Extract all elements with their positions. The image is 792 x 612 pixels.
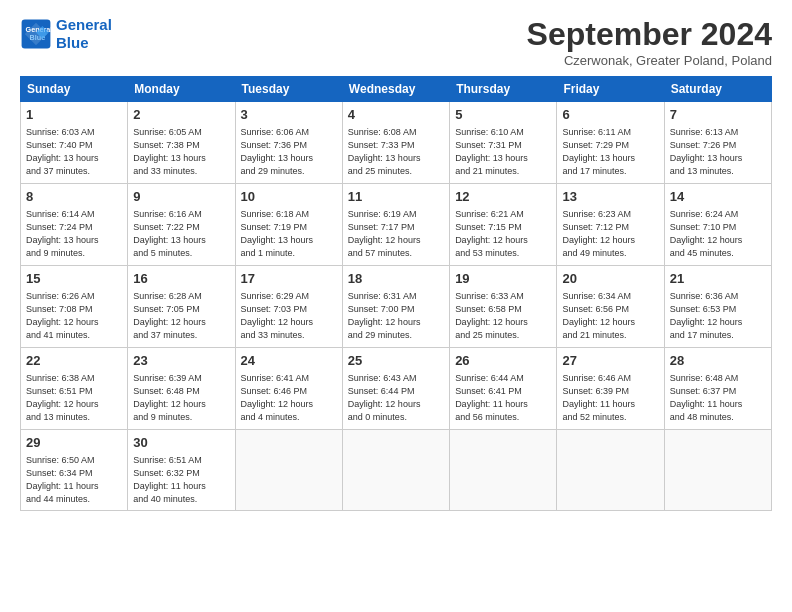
day-info: Sunrise: 6:10 AMSunset: 7:31 PMDaylight:… [455, 126, 551, 178]
calendar-cell [557, 430, 664, 511]
logo-text: General Blue [56, 16, 112, 52]
day-number: 25 [348, 352, 444, 370]
weekday-friday: Friday [557, 77, 664, 102]
calendar-cell: 15Sunrise: 6:26 AMSunset: 7:08 PMDayligh… [21, 266, 128, 348]
day-info: Sunrise: 6:08 AMSunset: 7:33 PMDaylight:… [348, 126, 444, 178]
calendar-cell: 30Sunrise: 6:51 AMSunset: 6:32 PMDayligh… [128, 430, 235, 511]
calendar-cell [664, 430, 771, 511]
day-number: 17 [241, 270, 337, 288]
day-info: Sunrise: 6:06 AMSunset: 7:36 PMDaylight:… [241, 126, 337, 178]
day-info: Sunrise: 6:03 AMSunset: 7:40 PMDaylight:… [26, 126, 122, 178]
calendar-cell: 13Sunrise: 6:23 AMSunset: 7:12 PMDayligh… [557, 184, 664, 266]
day-info: Sunrise: 6:41 AMSunset: 6:46 PMDaylight:… [241, 372, 337, 424]
day-number: 6 [562, 106, 658, 124]
day-info: Sunrise: 6:34 AMSunset: 6:56 PMDaylight:… [562, 290, 658, 342]
day-number: 27 [562, 352, 658, 370]
calendar-cell [342, 430, 449, 511]
calendar-cell: 5Sunrise: 6:10 AMSunset: 7:31 PMDaylight… [450, 102, 557, 184]
calendar-cell: 27Sunrise: 6:46 AMSunset: 6:39 PMDayligh… [557, 348, 664, 430]
day-number: 22 [26, 352, 122, 370]
calendar-cell: 23Sunrise: 6:39 AMSunset: 6:48 PMDayligh… [128, 348, 235, 430]
calendar-cell: 24Sunrise: 6:41 AMSunset: 6:46 PMDayligh… [235, 348, 342, 430]
day-info: Sunrise: 6:51 AMSunset: 6:32 PMDaylight:… [133, 454, 229, 506]
calendar-cell: 7Sunrise: 6:13 AMSunset: 7:26 PMDaylight… [664, 102, 771, 184]
calendar-week-3: 15Sunrise: 6:26 AMSunset: 7:08 PMDayligh… [21, 266, 772, 348]
calendar-cell: 16Sunrise: 6:28 AMSunset: 7:05 PMDayligh… [128, 266, 235, 348]
logo-icon: General Blue [20, 18, 52, 50]
calendar-cell: 26Sunrise: 6:44 AMSunset: 6:41 PMDayligh… [450, 348, 557, 430]
day-number: 16 [133, 270, 229, 288]
location-subtitle: Czerwonak, Greater Poland, Poland [527, 53, 772, 68]
day-info: Sunrise: 6:21 AMSunset: 7:15 PMDaylight:… [455, 208, 551, 260]
calendar-cell: 10Sunrise: 6:18 AMSunset: 7:19 PMDayligh… [235, 184, 342, 266]
calendar-cell: 28Sunrise: 6:48 AMSunset: 6:37 PMDayligh… [664, 348, 771, 430]
calendar-cell: 6Sunrise: 6:11 AMSunset: 7:29 PMDaylight… [557, 102, 664, 184]
calendar-cell: 21Sunrise: 6:36 AMSunset: 6:53 PMDayligh… [664, 266, 771, 348]
calendar-cell: 18Sunrise: 6:31 AMSunset: 7:00 PMDayligh… [342, 266, 449, 348]
day-info: Sunrise: 6:38 AMSunset: 6:51 PMDaylight:… [26, 372, 122, 424]
day-number: 15 [26, 270, 122, 288]
page: General Blue General Blue September 2024… [0, 0, 792, 612]
calendar-week-4: 22Sunrise: 6:38 AMSunset: 6:51 PMDayligh… [21, 348, 772, 430]
calendar-cell: 29Sunrise: 6:50 AMSunset: 6:34 PMDayligh… [21, 430, 128, 511]
calendar-cell: 1Sunrise: 6:03 AMSunset: 7:40 PMDaylight… [21, 102, 128, 184]
calendar-cell: 25Sunrise: 6:43 AMSunset: 6:44 PMDayligh… [342, 348, 449, 430]
day-info: Sunrise: 6:11 AMSunset: 7:29 PMDaylight:… [562, 126, 658, 178]
day-number: 14 [670, 188, 766, 206]
day-info: Sunrise: 6:28 AMSunset: 7:05 PMDaylight:… [133, 290, 229, 342]
day-number: 1 [26, 106, 122, 124]
month-title: September 2024 [527, 16, 772, 53]
weekday-saturday: Saturday [664, 77, 771, 102]
day-number: 4 [348, 106, 444, 124]
calendar-cell: 22Sunrise: 6:38 AMSunset: 6:51 PMDayligh… [21, 348, 128, 430]
weekday-sunday: Sunday [21, 77, 128, 102]
weekday-thursday: Thursday [450, 77, 557, 102]
day-info: Sunrise: 6:31 AMSunset: 7:00 PMDaylight:… [348, 290, 444, 342]
calendar-cell: 9Sunrise: 6:16 AMSunset: 7:22 PMDaylight… [128, 184, 235, 266]
day-number: 18 [348, 270, 444, 288]
calendar-cell: 14Sunrise: 6:24 AMSunset: 7:10 PMDayligh… [664, 184, 771, 266]
calendar-cell: 8Sunrise: 6:14 AMSunset: 7:24 PMDaylight… [21, 184, 128, 266]
header: General Blue General Blue September 2024… [20, 16, 772, 68]
day-info: Sunrise: 6:13 AMSunset: 7:26 PMDaylight:… [670, 126, 766, 178]
day-info: Sunrise: 6:14 AMSunset: 7:24 PMDaylight:… [26, 208, 122, 260]
day-info: Sunrise: 6:29 AMSunset: 7:03 PMDaylight:… [241, 290, 337, 342]
calendar-cell [235, 430, 342, 511]
day-number: 21 [670, 270, 766, 288]
day-number: 28 [670, 352, 766, 370]
day-info: Sunrise: 6:24 AMSunset: 7:10 PMDaylight:… [670, 208, 766, 260]
day-info: Sunrise: 6:46 AMSunset: 6:39 PMDaylight:… [562, 372, 658, 424]
day-number: 3 [241, 106, 337, 124]
day-number: 30 [133, 434, 229, 452]
day-number: 19 [455, 270, 551, 288]
day-info: Sunrise: 6:23 AMSunset: 7:12 PMDaylight:… [562, 208, 658, 260]
day-number: 2 [133, 106, 229, 124]
calendar-cell: 11Sunrise: 6:19 AMSunset: 7:17 PMDayligh… [342, 184, 449, 266]
day-number: 24 [241, 352, 337, 370]
day-info: Sunrise: 6:39 AMSunset: 6:48 PMDaylight:… [133, 372, 229, 424]
day-info: Sunrise: 6:19 AMSunset: 7:17 PMDaylight:… [348, 208, 444, 260]
day-number: 11 [348, 188, 444, 206]
day-info: Sunrise: 6:05 AMSunset: 7:38 PMDaylight:… [133, 126, 229, 178]
calendar-cell: 19Sunrise: 6:33 AMSunset: 6:58 PMDayligh… [450, 266, 557, 348]
calendar-week-2: 8Sunrise: 6:14 AMSunset: 7:24 PMDaylight… [21, 184, 772, 266]
day-number: 20 [562, 270, 658, 288]
calendar-table: SundayMondayTuesdayWednesdayThursdayFrid… [20, 76, 772, 511]
day-info: Sunrise: 6:43 AMSunset: 6:44 PMDaylight:… [348, 372, 444, 424]
calendar-cell: 20Sunrise: 6:34 AMSunset: 6:56 PMDayligh… [557, 266, 664, 348]
calendar-week-5: 29Sunrise: 6:50 AMSunset: 6:34 PMDayligh… [21, 430, 772, 511]
calendar-cell [450, 430, 557, 511]
day-info: Sunrise: 6:26 AMSunset: 7:08 PMDaylight:… [26, 290, 122, 342]
day-info: Sunrise: 6:48 AMSunset: 6:37 PMDaylight:… [670, 372, 766, 424]
day-number: 7 [670, 106, 766, 124]
day-info: Sunrise: 6:18 AMSunset: 7:19 PMDaylight:… [241, 208, 337, 260]
calendar-cell: 2Sunrise: 6:05 AMSunset: 7:38 PMDaylight… [128, 102, 235, 184]
day-number: 5 [455, 106, 551, 124]
day-number: 12 [455, 188, 551, 206]
day-number: 23 [133, 352, 229, 370]
day-number: 10 [241, 188, 337, 206]
calendar-cell: 17Sunrise: 6:29 AMSunset: 7:03 PMDayligh… [235, 266, 342, 348]
calendar-cell: 12Sunrise: 6:21 AMSunset: 7:15 PMDayligh… [450, 184, 557, 266]
day-info: Sunrise: 6:50 AMSunset: 6:34 PMDaylight:… [26, 454, 122, 506]
calendar-week-1: 1Sunrise: 6:03 AMSunset: 7:40 PMDaylight… [21, 102, 772, 184]
